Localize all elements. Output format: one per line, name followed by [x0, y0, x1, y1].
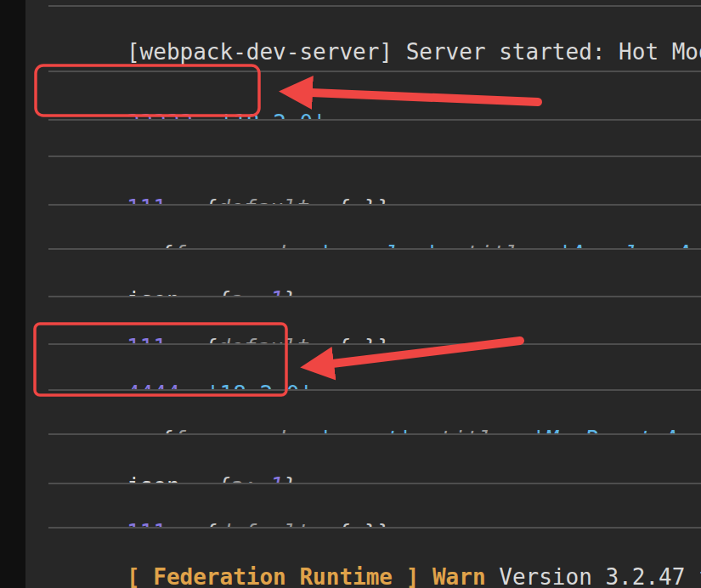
gap: [193, 110, 219, 119]
brace-close: }: [376, 195, 390, 204]
colon: :: [292, 241, 319, 248]
object-ellipsis: {…}: [336, 195, 376, 204]
logged-version-string: '18.2.0': [220, 110, 326, 119]
console-log-area[interactable]: [webpack-dev-server] Server started: Hot…: [25, 0, 701, 588]
brace-open: {: [160, 241, 173, 248]
colon: :: [244, 287, 270, 296]
object-expand-icon[interactable]: ▶: [198, 473, 206, 483]
comma: ,: [438, 241, 465, 248]
console-message-framework-react: ▶{framework: 'react', title: 'My React A…: [25, 391, 701, 433]
brace-open: {: [204, 195, 218, 204]
message-text: [webpack-dev-server] Server started: Hot…: [127, 39, 701, 65]
colon: :: [532, 241, 558, 248]
object-expand-icon[interactable]: ▶: [198, 287, 206, 296]
colon: :: [506, 427, 532, 433]
brace-close: }: [283, 287, 297, 296]
console-message-4444: 4444 '18.2.0': [25, 345, 701, 389]
logged-number: 4444: [127, 382, 180, 389]
warn-tag: [ Federation Runtime ]: [127, 564, 419, 588]
brace-open: {: [204, 520, 218, 527]
object-ellipsis: {…}: [336, 520, 376, 527]
object-key: default: [217, 520, 310, 527]
colon: :: [310, 335, 336, 343]
left-gutter: [0, 0, 25, 588]
number-value: 1: [270, 473, 284, 483]
console-message-federation-warn: [ Federation Runtime ] Warn Version 3.2.…: [25, 529, 701, 588]
logged-version-string: '18.2.0': [206, 382, 313, 389]
number-value: 1: [270, 287, 284, 296]
console-message-json-a: json▶{a: 1}: [25, 435, 701, 483]
object-key: default: [217, 335, 310, 343]
object-key: default: [217, 195, 310, 204]
logged-number: 33333: [127, 110, 193, 119]
console-message-111-default: 111▶{default: {…}}: [25, 297, 701, 343]
brace-close: }: [376, 335, 390, 343]
brace-close: }: [283, 473, 297, 483]
object-key: framework: [172, 241, 292, 248]
colon: :: [292, 427, 319, 433]
logged-number: 111: [127, 195, 167, 204]
gap: [419, 564, 432, 588]
console-message-111-default: 111▶{default: {…}}: [25, 157, 701, 204]
logged-number: 111: [127, 520, 167, 527]
warn-text: Version 3.2.47 from ap: [486, 564, 701, 588]
logged-label: json: [127, 473, 180, 483]
comma: ,: [412, 427, 438, 433]
brace-close: }: [376, 520, 390, 527]
console-message-framework-angular: ▶{framework: 'angular', title: 'Angular …: [25, 206, 701, 248]
console-message-angular-mode: Angular is running in development mode. …: [25, 121, 701, 155]
string-value: 'react': [319, 427, 412, 433]
string-value: 'My React App': [532, 427, 701, 433]
logged-label: json: [127, 287, 180, 296]
brace-open: {: [160, 427, 173, 433]
string-value: 'angular': [319, 241, 438, 248]
colon: :: [244, 473, 270, 483]
colon: :: [310, 195, 336, 204]
logged-number: 111: [127, 335, 167, 343]
string-value: 'Angular App': [558, 241, 701, 248]
object-key: a: [230, 473, 244, 483]
colon: :: [310, 520, 336, 527]
devtools-console-screenshot: [webpack-dev-server] Server started: Hot…: [0, 0, 701, 588]
object-key: framework: [172, 427, 292, 433]
object-key: title: [466, 241, 532, 248]
object-key: a: [230, 287, 244, 296]
object-expand-icon[interactable]: ▶: [184, 520, 193, 527]
console-message-33333: 33333 '18.2.0': [25, 72, 701, 119]
object-expand-icon[interactable]: ▶: [140, 241, 149, 248]
console-message-111-default: 111▶{default: {…}}: [25, 484, 701, 527]
brace-open: {: [217, 473, 230, 483]
object-expand-icon[interactable]: ▶: [140, 427, 149, 433]
brace-open: {: [204, 335, 218, 343]
object-expand-icon[interactable]: ▶: [184, 335, 193, 343]
object-key: title: [438, 427, 505, 433]
console-message-json-a: json▶{a: 1}: [25, 250, 701, 296]
console-message-webpack: [webpack-dev-server] Server started: Hot…: [25, 7, 701, 71]
brace-open: {: [217, 287, 230, 296]
object-expand-icon[interactable]: ▶: [184, 195, 193, 204]
warn-level: Warn: [432, 564, 486, 588]
object-ellipsis: {…}: [336, 335, 376, 343]
gap: [180, 382, 206, 389]
message-text: Angular is running in development mode. …: [127, 153, 701, 155]
